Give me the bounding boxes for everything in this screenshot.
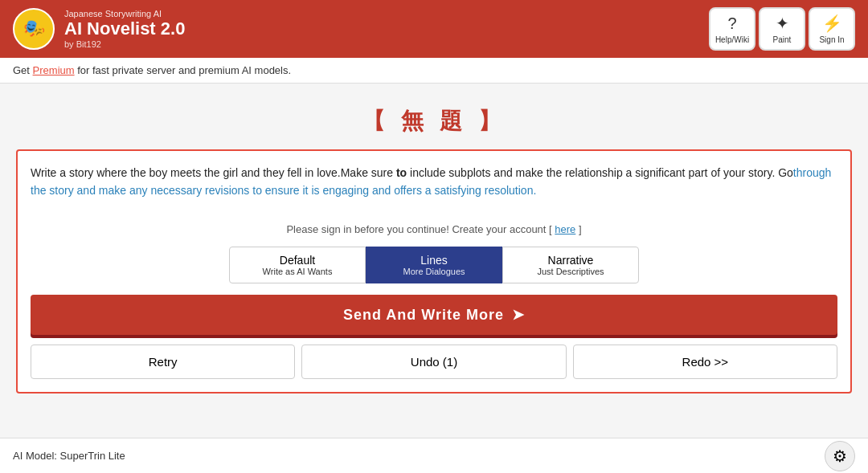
- redo-button[interactable]: Redo >>: [573, 345, 837, 379]
- send-write-more-button[interactable]: Send And Write More ➤: [31, 295, 837, 335]
- send-icon: ➤: [512, 306, 525, 324]
- mode-narrative-sub: Just Descriptives: [513, 267, 628, 276]
- header-title-block: Japanese Storywriting AI AI Novelist 2.0…: [64, 9, 185, 49]
- app-logo: 🎭: [13, 8, 55, 50]
- promo-text-before: Get: [13, 64, 33, 76]
- undo-button[interactable]: Undo (1): [301, 345, 566, 379]
- ai-model-text: AI Model: SuperTrin Lite: [13, 450, 125, 462]
- mode-buttons: Default Write as AI Wants Lines More Dia…: [31, 247, 837, 283]
- gear-icon: ⚙: [833, 446, 847, 466]
- story-text-normal1: Write a story where the boy meets the gi…: [31, 166, 396, 179]
- mode-narrative-label: Narrative: [548, 254, 594, 267]
- mode-default-label: Default: [280, 254, 315, 267]
- logo-icon: 🎭: [23, 18, 45, 39]
- undo-label: Undo (1): [411, 355, 457, 369]
- promo-bar: Get Premium for fast private server and …: [0, 58, 868, 84]
- paint-icon: ✦: [776, 14, 789, 33]
- action-buttons: Retry Undo (1) Redo >>: [31, 345, 837, 379]
- help-icon: ?: [727, 14, 736, 33]
- mode-lines-button[interactable]: Lines More Dialogues: [366, 247, 502, 283]
- help-label: Help/Wiki: [715, 35, 749, 44]
- paint-label: Paint: [773, 35, 792, 44]
- story-title: 【 無 題 】: [16, 106, 852, 137]
- signin-here-link[interactable]: here: [555, 223, 575, 235]
- app-footer: AI Model: SuperTrin Lite ⚙: [0, 438, 868, 473]
- app-subtitle: Japanese Storywriting AI: [64, 9, 185, 18]
- signin-label: Sign In: [819, 35, 844, 44]
- signin-icon: ⚡: [822, 14, 842, 33]
- main-content: 【 無 題 】 Write a story where the boy meet…: [0, 84, 868, 406]
- premium-link[interactable]: Premium: [33, 64, 75, 76]
- paint-button[interactable]: ✦ Paint: [759, 7, 805, 51]
- retry-label: Retry: [149, 355, 178, 369]
- mode-narrative-button[interactable]: Narrative Just Descriptives: [502, 247, 639, 283]
- redo-label: Redo >>: [682, 355, 729, 369]
- signin-text-after: ]: [575, 223, 581, 235]
- story-card: Write a story where the boy meets the gi…: [16, 149, 852, 393]
- app-header: 🎭 Japanese Storywriting AI AI Novelist 2…: [0, 0, 868, 58]
- story-text-normal2: include subplots and make the relationsh…: [407, 166, 793, 179]
- mode-lines-sub: More Dialogues: [376, 267, 492, 276]
- help-wiki-button[interactable]: ? Help/Wiki: [709, 7, 755, 51]
- header-left: 🎭 Japanese Storywriting AI AI Novelist 2…: [13, 8, 185, 50]
- sign-in-button[interactable]: ⚡ Sign In: [809, 7, 855, 51]
- mode-default-button[interactable]: Default Write as AI Wants: [229, 247, 366, 283]
- app-title: AI Novelist 2.0: [64, 18, 185, 39]
- promo-text-after: for fast private server and premium AI m…: [75, 64, 292, 76]
- story-text-bold: to: [396, 166, 407, 179]
- story-text: Write a story where the boy meets the gi…: [31, 164, 837, 212]
- settings-button[interactable]: ⚙: [825, 441, 855, 471]
- header-nav-buttons: ? Help/Wiki ✦ Paint ⚡ Sign In: [709, 7, 855, 51]
- signin-text-before: Please sign in before you continue! Crea…: [286, 223, 555, 235]
- retry-button[interactable]: Retry: [31, 345, 295, 379]
- signin-notice: Please sign in before you continue! Crea…: [31, 223, 837, 235]
- mode-default-sub: Write as AI Wants: [240, 267, 355, 276]
- mode-lines-label: Lines: [420, 254, 447, 267]
- send-label: Send And Write More: [343, 307, 504, 324]
- app-byline: by Bit192: [64, 39, 185, 49]
